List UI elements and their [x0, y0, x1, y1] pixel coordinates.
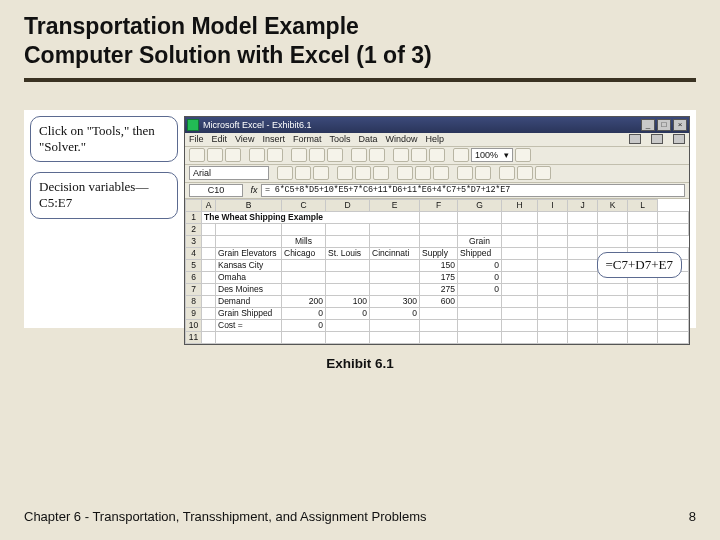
cell[interactable] — [458, 331, 502, 343]
col-header[interactable]: D — [326, 199, 370, 211]
close-icon[interactable]: × — [673, 119, 687, 131]
cell[interactable] — [658, 307, 689, 319]
col-header[interactable]: L — [628, 199, 658, 211]
cell[interactable] — [370, 223, 420, 235]
row-header[interactable]: 1 — [186, 211, 202, 223]
cell[interactable]: Chicago — [282, 247, 326, 259]
cell[interactable]: 0 — [326, 307, 370, 319]
cell[interactable] — [598, 307, 628, 319]
cell[interactable] — [628, 211, 658, 223]
currency-icon[interactable] — [397, 166, 413, 180]
save-icon[interactable] — [225, 148, 241, 162]
comma-icon[interactable] — [433, 166, 449, 180]
menu-view[interactable]: View — [235, 134, 254, 144]
cell[interactable]: Grain Shipped — [216, 307, 282, 319]
col-header[interactable]: B — [216, 199, 282, 211]
cell[interactable] — [202, 307, 216, 319]
cell[interactable]: 200 — [282, 295, 326, 307]
cell[interactable] — [502, 223, 538, 235]
cell[interactable] — [502, 283, 538, 295]
cell[interactable] — [370, 331, 420, 343]
cell[interactable] — [282, 223, 326, 235]
row-header[interactable]: 8 — [186, 295, 202, 307]
cell[interactable]: Omaha — [216, 271, 282, 283]
fx-icon[interactable]: fx — [247, 183, 261, 198]
align-center-icon[interactable] — [355, 166, 371, 180]
cell[interactable] — [658, 295, 689, 307]
cell[interactable] — [568, 331, 598, 343]
sort-asc-icon[interactable] — [411, 148, 427, 162]
cell[interactable]: Des Moines — [216, 283, 282, 295]
print-icon[interactable] — [249, 148, 265, 162]
cell[interactable] — [538, 295, 568, 307]
cell[interactable]: Cost = — [216, 319, 282, 331]
row-header[interactable]: 2 — [186, 223, 202, 235]
cell[interactable] — [458, 295, 502, 307]
cell[interactable] — [420, 211, 458, 223]
col-header[interactable]: K — [598, 199, 628, 211]
fillcolor-icon[interactable] — [517, 166, 533, 180]
cell[interactable] — [502, 247, 538, 259]
cell[interactable] — [628, 235, 658, 247]
indent-inc-icon[interactable] — [475, 166, 491, 180]
cell[interactable] — [538, 235, 568, 247]
cell[interactable]: 0 — [370, 307, 420, 319]
cell[interactable] — [598, 295, 628, 307]
cell[interactable] — [538, 271, 568, 283]
cell[interactable] — [658, 283, 689, 295]
cell[interactable] — [568, 259, 598, 271]
menu-format[interactable]: Format — [293, 134, 322, 144]
cell[interactable] — [202, 223, 216, 235]
maximize-icon[interactable]: □ — [657, 119, 671, 131]
align-left-icon[interactable] — [337, 166, 353, 180]
name-box[interactable]: C10 — [189, 184, 243, 197]
cell[interactable] — [326, 223, 370, 235]
cell[interactable] — [458, 223, 502, 235]
cell[interactable] — [370, 259, 420, 271]
cell[interactable] — [568, 211, 598, 223]
cell[interactable] — [458, 319, 502, 331]
sort-desc-icon[interactable] — [429, 148, 445, 162]
cell[interactable] — [216, 223, 282, 235]
cell[interactable]: Cincinnati — [370, 247, 420, 259]
cell[interactable] — [202, 235, 216, 247]
doc-restore-icon[interactable] — [651, 134, 663, 144]
cell[interactable] — [628, 223, 658, 235]
chart-icon[interactable] — [453, 148, 469, 162]
cell[interactable] — [598, 235, 628, 247]
cell[interactable] — [458, 307, 502, 319]
cell[interactable] — [502, 295, 538, 307]
cell[interactable]: 0 — [458, 283, 502, 295]
cell[interactable] — [568, 307, 598, 319]
cell[interactable] — [370, 271, 420, 283]
cell[interactable] — [538, 223, 568, 235]
cell[interactable] — [598, 223, 628, 235]
copy-icon[interactable] — [309, 148, 325, 162]
cell[interactable] — [282, 271, 326, 283]
doc-close-icon[interactable] — [673, 134, 685, 144]
col-header[interactable]: I — [538, 199, 568, 211]
row-header[interactable]: 9 — [186, 307, 202, 319]
indent-dec-icon[interactable] — [457, 166, 473, 180]
cell[interactable] — [326, 283, 370, 295]
cell[interactable]: 0 — [458, 271, 502, 283]
cell[interactable] — [568, 271, 598, 283]
cell[interactable] — [282, 283, 326, 295]
cell[interactable] — [282, 259, 326, 271]
cell[interactable] — [568, 319, 598, 331]
select-all-cell[interactable] — [186, 199, 202, 211]
cell[interactable] — [370, 283, 420, 295]
redo-icon[interactable] — [369, 148, 385, 162]
cell[interactable] — [502, 235, 538, 247]
cell[interactable] — [598, 331, 628, 343]
cell[interactable] — [658, 319, 689, 331]
cell[interactable] — [326, 259, 370, 271]
cell[interactable]: 175 — [420, 271, 458, 283]
cell[interactable] — [502, 307, 538, 319]
cell[interactable] — [628, 307, 658, 319]
cell[interactable] — [420, 307, 458, 319]
cell[interactable]: 275 — [420, 283, 458, 295]
cell[interactable] — [538, 307, 568, 319]
doc-minimize-icon[interactable] — [629, 134, 641, 144]
cell[interactable] — [538, 247, 568, 259]
